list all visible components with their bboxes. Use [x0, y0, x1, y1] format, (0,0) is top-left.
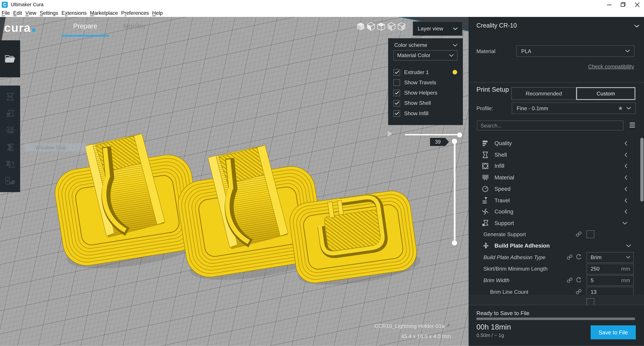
view-top-icon[interactable]: [377, 22, 385, 31]
undo-icon[interactable]: [576, 254, 582, 260]
checkbox-checked[interactable]: [394, 110, 400, 117]
close-icon: [635, 2, 639, 7]
chevron-down-icon: [449, 54, 454, 57]
view-3d-icon[interactable]: [356, 22, 365, 31]
open-file-button[interactable]: [0, 40, 20, 77]
cura-logo-dot: [32, 28, 36, 32]
category-travel[interactable]: Travel: [469, 195, 641, 206]
menu-view[interactable]: View: [24, 10, 38, 16]
star-icon: ★: [618, 105, 623, 111]
chevron-down-icon[interactable]: [634, 24, 640, 28]
adhesion-type-dropdown[interactable]: Brim: [586, 252, 634, 263]
per-model-settings-button[interactable]: [5, 159, 16, 170]
quality-icon: [482, 140, 489, 147]
brim-width-input[interactable]: 5 mm: [586, 275, 634, 286]
extruder-color-swatch: [453, 70, 457, 74]
color-scheme-select[interactable]: Material Color: [394, 50, 458, 61]
checkbox-checked[interactable]: [394, 100, 400, 106]
mirror-icon: [5, 143, 15, 152]
layer-slider-bottom-handle[interactable]: [452, 240, 457, 246]
settings-scrollbar[interactable]: [640, 138, 644, 202]
section-build-plate-adhesion[interactable]: Build Plate Adhesion: [469, 240, 644, 251]
view-front-icon[interactable]: [367, 22, 375, 31]
chevron-down-icon[interactable]: [453, 44, 458, 47]
checkbox-checked[interactable]: [394, 90, 400, 96]
rename-pencil-icon[interactable]: [446, 323, 451, 328]
clipped-checkbox[interactable]: [586, 298, 594, 305]
settings-filter-menu-icon[interactable]: [630, 123, 635, 128]
chevron-left-icon: [624, 186, 628, 192]
view-left-icon[interactable]: [387, 22, 396, 31]
chevron-left-icon: [624, 175, 628, 180]
sliced-models[interactable]: [39, 132, 421, 292]
view-right-icon[interactable]: [398, 22, 406, 31]
menu-settings[interactable]: Settings: [38, 10, 60, 16]
toggle-show-shell[interactable]: Show Shell: [388, 98, 463, 108]
view-mode-dropdown[interactable]: Layer view: [413, 21, 462, 36]
close-button[interactable]: [630, 0, 644, 9]
chevron-left-icon: [624, 163, 628, 169]
check-compatibility-link[interactable]: Check compatibility: [588, 63, 634, 70]
menu-help[interactable]: Help: [150, 10, 164, 16]
chevron-down-icon: [626, 256, 630, 259]
category-support[interactable]: Support: [469, 218, 641, 229]
machine-selector[interactable]: Creality CR-10: [476, 22, 517, 29]
menu-file[interactable]: File: [0, 10, 12, 16]
custom-mode-button[interactable]: Custom: [576, 87, 636, 100]
menu-preferences[interactable]: Preferences: [120, 10, 150, 16]
chevron-down-icon: [626, 244, 631, 248]
model-holder-3[interactable]: [288, 188, 421, 291]
toggle-extruder-1[interactable]: Extruder 1: [388, 67, 463, 77]
settings-search-input[interactable]: Search...: [477, 121, 623, 130]
category-shell[interactable]: Shell: [469, 149, 641, 160]
profile-dropdown[interactable]: Fine - 0.1mm ★: [512, 102, 636, 114]
settings-sidebar: Creality CR-10 Material PLA Check compat…: [468, 17, 644, 346]
checkbox-checked[interactable]: [394, 69, 400, 75]
scale-tool-button[interactable]: [5, 108, 16, 119]
tab-monitor[interactable]: Monitor: [123, 22, 146, 30]
mirror-tool-button[interactable]: [5, 142, 16, 153]
link-icon[interactable]: [576, 231, 582, 237]
minimize-button[interactable]: [602, 0, 616, 9]
layer-slider-track[interactable]: [454, 141, 455, 242]
simulation-progress-slider[interactable]: [405, 134, 460, 135]
material-dropdown[interactable]: PLA: [516, 45, 634, 57]
link-icon[interactable]: [576, 288, 582, 295]
tab-prepare[interactable]: Prepare: [73, 22, 97, 30]
generate-support-checkbox[interactable]: [586, 230, 594, 238]
simulation-progress-handle[interactable]: [457, 132, 462, 137]
chevron-left-icon: [624, 141, 628, 146]
category-infill[interactable]: Infill: [469, 160, 641, 172]
cooling-icon: [482, 208, 489, 215]
link-icon[interactable]: [566, 254, 573, 260]
chevron-left-icon: [624, 209, 628, 215]
toggle-show-infill[interactable]: Show Infill: [388, 108, 463, 118]
checkbox-unchecked[interactable]: [394, 79, 400, 86]
toggle-show-helpers[interactable]: Show Helpers: [388, 88, 463, 98]
toggle-show-travels[interactable]: Show Travels: [388, 77, 463, 88]
mesh-type-button[interactable]: [5, 176, 16, 187]
restore-icon: [620, 2, 626, 7]
category-cooling[interactable]: Cooling: [469, 206, 641, 217]
recommended-mode-button[interactable]: Recommended: [511, 87, 576, 100]
menu-edit[interactable]: Edit: [12, 10, 24, 16]
category-quality[interactable]: Quality: [469, 138, 641, 149]
skirt-brim-min-length-input[interactable]: 250 mm: [586, 264, 634, 274]
slice-progress-bar: [476, 318, 635, 320]
restore-button[interactable]: [616, 0, 630, 9]
rotate-icon: [5, 126, 15, 135]
move-icon: [5, 92, 15, 101]
setting-generate-support[interactable]: Generate Support: [469, 229, 644, 240]
menu-extensions[interactable]: Extensions: [60, 10, 88, 16]
rotate-tool-button[interactable]: [5, 125, 16, 136]
save-to-file-button[interactable]: Save to File: [591, 325, 636, 339]
move-tool-button[interactable]: [5, 91, 16, 102]
viewport-3d[interactable]: Window Snip cura Prepare Monitor: [0, 17, 468, 346]
play-icon[interactable]: [386, 129, 394, 138]
undo-icon[interactable]: [576, 277, 582, 283]
category-speed[interactable]: Speed: [469, 184, 641, 195]
menu-marketplace[interactable]: Marketplace: [88, 10, 120, 16]
section-divider: [469, 82, 644, 83]
category-material[interactable]: Material: [469, 172, 641, 183]
link-icon[interactable]: [566, 277, 573, 283]
